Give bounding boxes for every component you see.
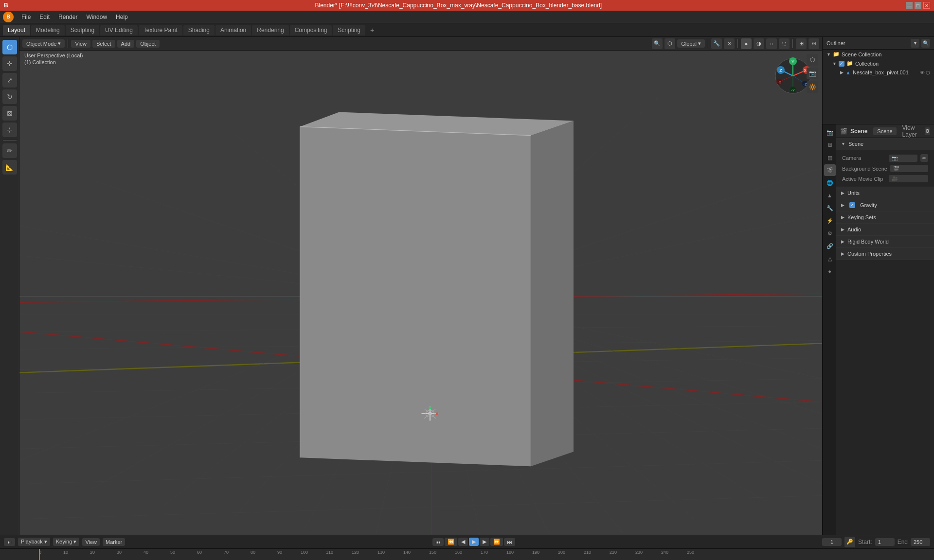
camera-edit-icon[interactable]: ✏ (920, 154, 928, 162)
shading-eevee[interactable]: ◌ (779, 38, 790, 49)
maximize-button[interactable]: □ (915, 2, 921, 9)
view-render-icon[interactable]: 🔆 (807, 81, 818, 93)
material-properties-icon[interactable]: ● (824, 265, 836, 277)
world-properties-icon[interactable]: 🌐 (824, 177, 836, 189)
annotate-tool-button[interactable]: ✏ (2, 143, 17, 158)
viewport[interactable]: Object Mode ▾ View Select Add Object 🔍 ⬡… (19, 37, 822, 535)
keying-sets-header[interactable]: ▶ Keying Sets (836, 211, 934, 223)
add-menu[interactable]: Add (117, 40, 135, 48)
timeline-mode-button[interactable]: ⏯ (4, 538, 15, 546)
properties-options-icon[interactable]: ⚙ (925, 127, 930, 135)
outliner-filter-icon[interactable]: ▾ (911, 39, 919, 48)
tab-scripting[interactable]: Scripting (333, 25, 365, 35)
toolbar-toggle[interactable]: ⬡ (665, 38, 675, 49)
prev-frame-button[interactable]: ⏪ (445, 538, 457, 546)
collection-checkbox[interactable]: ✓ (839, 61, 844, 67)
start-frame-field[interactable]: 1 (875, 538, 895, 546)
data-properties-icon[interactable]: △ (824, 253, 836, 264)
rigid-body-world-header[interactable]: ▶ Rigid Body World (836, 236, 934, 247)
gravity-checkbox[interactable]: ✓ (849, 202, 855, 208)
tab-texture-paint[interactable]: Texture Paint (139, 25, 182, 35)
viewport-scene[interactable] (19, 51, 822, 535)
jump-start-button[interactable]: ⏮ (432, 538, 444, 546)
close-button[interactable]: ✕ (923, 2, 930, 9)
particles-properties-icon[interactable]: ⚡ (824, 215, 836, 227)
tab-shading[interactable]: Shading (183, 25, 215, 35)
tab-uv-editing[interactable]: UV Editing (100, 25, 138, 35)
background-scene-value[interactable]: 🎬 (890, 165, 928, 172)
minimize-button[interactable]: — (906, 2, 913, 9)
menu-help[interactable]: Help (112, 13, 132, 21)
view-menu[interactable]: View (71, 40, 90, 48)
global-selector[interactable]: Global ▾ (677, 39, 705, 48)
constraints-properties-icon[interactable]: 🔗 (824, 240, 836, 252)
shading-material[interactable]: ◑ (754, 38, 764, 49)
object-menu[interactable]: Object (136, 40, 160, 48)
playback-button[interactable]: Playback ▾ (18, 538, 50, 546)
proportional-edit-icon[interactable]: ⊙ (724, 38, 735, 49)
timeline-view-button[interactable]: View (82, 538, 100, 546)
outliner-object[interactable]: ▶ ▲ Nescafe_box_pivot.001 👁 ⬡ (823, 68, 934, 77)
scene-properties-icon[interactable]: 🎬 (824, 164, 836, 176)
start-label: Start: (858, 539, 872, 545)
transform-tool-button[interactable]: ⊹ (2, 122, 17, 137)
tab-modeling[interactable]: Modeling (31, 25, 65, 35)
keyframe-icon[interactable]: 🔑 (844, 537, 855, 547)
end-frame-field[interactable]: 250 (911, 538, 930, 546)
select-tool-button[interactable]: ⬡ (2, 40, 17, 54)
prev-keyframe-button[interactable]: ◀ (458, 538, 468, 546)
menu-file[interactable]: File (18, 13, 35, 21)
view-perspective-icon[interactable]: ⬡ (807, 54, 818, 66)
outliner-scene-collection[interactable]: ▼ 📁 Scene Collection (823, 50, 934, 59)
tab-compositing[interactable]: Compositing (290, 25, 332, 35)
render-properties-icon[interactable]: 📷 (824, 126, 836, 138)
scene-section-header[interactable]: ▼ Scene (836, 138, 934, 150)
tab-sculpting[interactable]: Sculpting (66, 25, 99, 35)
marker-button[interactable]: Marker (103, 538, 125, 546)
camera-value[interactable]: 📷 (889, 155, 917, 162)
cursor-tool-button[interactable]: ✛ (2, 56, 17, 71)
gravity-section-header[interactable]: ▶ ✓ Gravity (836, 199, 934, 211)
outliner-collection[interactable]: ▼ ✓ 📁 Collection (823, 59, 934, 68)
move-tool-button[interactable]: ⤢ (2, 73, 17, 88)
object-visibility-icon[interactable]: 👁 (920, 70, 925, 75)
search-button[interactable]: 🔍 (652, 38, 663, 49)
physics-properties-icon[interactable]: ⚙ (824, 228, 836, 239)
overlays-button[interactable]: ⊞ (796, 38, 807, 49)
view-layer-properties-icon[interactable]: ▤ (824, 152, 836, 163)
add-workspace-button[interactable]: + (366, 24, 378, 36)
audio-section-header[interactable]: ▶ Audio (836, 224, 934, 235)
jump-end-button[interactable]: ⏭ (504, 538, 515, 546)
next-keyframe-button[interactable]: ▶ (480, 538, 489, 546)
scene-name-input[interactable]: Scene (873, 127, 896, 135)
tab-layout[interactable]: Layout (3, 25, 30, 35)
tab-animation[interactable]: Animation (216, 25, 251, 35)
shading-solid[interactable]: ● (741, 38, 752, 49)
object-mode-selector[interactable]: Object Mode ▾ (22, 39, 65, 48)
menu-window[interactable]: Window (82, 13, 111, 21)
keying-button[interactable]: Keying ▾ (53, 538, 80, 546)
modifier-properties-icon[interactable]: 🔧 (824, 202, 836, 214)
active-movie-clip-value[interactable]: 🎥 (889, 175, 928, 182)
rotate-tool-button[interactable]: ↻ (2, 89, 17, 104)
output-properties-icon[interactable]: 🖥 (824, 139, 836, 151)
outliner-search-icon[interactable]: 🔍 (921, 39, 930, 48)
shading-rendered[interactable]: ○ (766, 38, 777, 49)
menu-render[interactable]: Render (54, 13, 81, 21)
custom-properties-header[interactable]: ▶ Custom Properties (836, 248, 934, 260)
object-properties-icon[interactable]: ▲ (824, 190, 836, 201)
object-select-icon[interactable]: ⬡ (926, 70, 930, 75)
scale-tool-button[interactable]: ⊠ (2, 106, 17, 121)
measure-tool-button[interactable]: 📐 (2, 160, 17, 175)
gizmos-button[interactable]: ⊛ (808, 38, 819, 49)
menu-edit[interactable]: Edit (36, 13, 54, 21)
select-menu[interactable]: Select (92, 40, 115, 48)
view-camera-icon[interactable]: 📷 (807, 68, 818, 79)
tab-rendering[interactable]: Rendering (252, 25, 288, 35)
next-frame-button[interactable]: ⏩ (490, 538, 503, 546)
play-button[interactable]: ▶ (469, 538, 479, 546)
units-section-header[interactable]: ▶ Units (836, 187, 934, 199)
timeline-ruler[interactable]: 0 10 20 30 40 50 60 70 80 90 100 110 120… (0, 548, 934, 560)
current-frame-field[interactable]: 1 (822, 538, 842, 546)
snap-icon[interactable]: 🔧 (711, 38, 722, 49)
